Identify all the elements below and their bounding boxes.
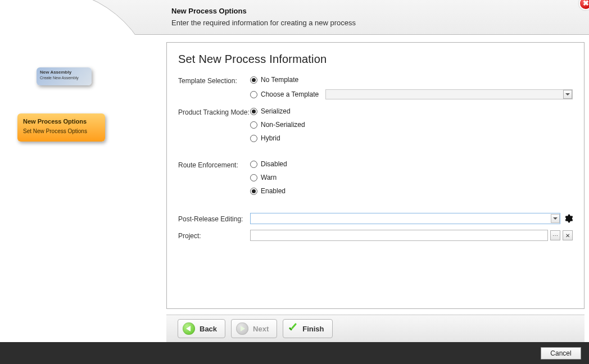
post-release-editing-combo[interactable]: [250, 213, 560, 224]
label-route-enforcement: Route Enforcement:: [178, 160, 250, 169]
template-selection-options: No Template Choose a Template: [250, 76, 573, 99]
radio-icon: [250, 91, 257, 98]
arrow-left-icon: [183, 322, 195, 335]
row-template-selection: Template Selection: No Template Choose a…: [178, 76, 573, 99]
back-button[interactable]: Back: [178, 319, 225, 338]
ellipsis-icon[interactable]: ⋯: [550, 230, 560, 240]
radio-label: Serialized: [261, 107, 291, 115]
wizard-root: New Process Options Enter the required i…: [0, 0, 589, 364]
radio-icon: [250, 121, 257, 129]
header-subtitle: Enter the required information for creat…: [171, 19, 356, 27]
label-product-tracking-mode: Product Tracking Mode:: [178, 107, 250, 116]
row-post-release-editing: Post-Release Editing:: [178, 213, 573, 224]
close-icon[interactable]: ✖: [579, 0, 589, 10]
template-combo[interactable]: [325, 89, 573, 99]
cancel-button[interactable]: Cancel: [541, 347, 581, 360]
radio-label: Warn: [261, 174, 277, 181]
clear-icon[interactable]: ✕: [563, 230, 573, 240]
label-post-release-editing: Post-Release Editing:: [178, 214, 250, 223]
next-button: Next: [231, 319, 277, 338]
chevron-down-icon[interactable]: [551, 214, 560, 223]
check-icon: [288, 324, 298, 334]
radio-route-warn[interactable]: Warn: [250, 174, 573, 181]
radio-label: Choose a Template: [261, 90, 319, 98]
sidebar-step-title: New Process Options: [23, 118, 99, 125]
finish-button[interactable]: Finish: [283, 319, 332, 338]
wizard-header: New Process Options Enter the required i…: [0, 0, 589, 35]
radio-choose-template[interactable]: Choose a Template: [250, 89, 573, 99]
sidebar-step-subtitle: Set New Process Options: [23, 128, 99, 134]
label-template-selection: Template Selection:: [178, 76, 250, 85]
radio-label: Non-Serialized: [261, 121, 305, 129]
radio-icon: [250, 135, 257, 142]
sidebar-step-title: New Assembly: [40, 70, 88, 75]
gear-icon[interactable]: [564, 214, 573, 223]
project-input[interactable]: [250, 230, 548, 241]
radio-no-template[interactable]: No Template: [250, 76, 573, 84]
radio-label: Enabled: [261, 187, 286, 195]
sidebar-step-subtitle: Create New Assembly: [40, 76, 88, 80]
radio-label: Disabled: [261, 160, 287, 168]
radio-icon: [250, 174, 257, 181]
radio-icon: [250, 188, 257, 195]
radio-hybrid[interactable]: Hybrid: [250, 134, 573, 142]
sidebar-step-new-assembly[interactable]: New Assembly Create New Assembly: [37, 67, 92, 85]
main-panel: Set New Process Information Template Sel…: [166, 42, 585, 309]
chevron-down-icon[interactable]: [563, 90, 572, 99]
radio-route-disabled[interactable]: Disabled: [250, 160, 573, 168]
radio-icon: [250, 161, 257, 168]
wizard-sidebar: New Assembly Create New Assembly New Pro…: [0, 35, 166, 342]
row-product-tracking-mode: Product Tracking Mode: Serialized Non-Se…: [178, 107, 573, 142]
header-title: New Process Options: [171, 7, 247, 15]
radio-label: Hybrid: [261, 134, 280, 142]
radio-icon: [250, 76, 257, 84]
panel-title: Set New Process Information: [178, 53, 573, 66]
row-project: Project: ⋯ ✕: [178, 230, 573, 241]
button-label: Finish: [302, 325, 324, 333]
sidebar-step-new-process-options[interactable]: New Process Options Set New Process Opti…: [17, 113, 105, 142]
bottom-bar: Cancel: [0, 342, 589, 364]
arrow-right-icon: [236, 322, 248, 335]
label-project: Project:: [178, 231, 250, 240]
button-label: Next: [253, 325, 269, 333]
radio-serialized[interactable]: Serialized: [250, 107, 573, 115]
route-options: Disabled Warn Enabled: [250, 160, 573, 195]
radio-icon: [250, 108, 257, 115]
radio-label: No Template: [261, 76, 298, 84]
button-label: Back: [200, 325, 217, 333]
radio-non-serialized[interactable]: Non-Serialized: [250, 121, 573, 129]
wizard-button-bar: Back Next Finish: [166, 315, 585, 342]
row-route-enforcement: Route Enforcement: Disabled Warn Enabled: [178, 160, 573, 195]
radio-route-enabled[interactable]: Enabled: [250, 187, 573, 195]
tracking-options: Serialized Non-Serialized Hybrid: [250, 107, 573, 142]
